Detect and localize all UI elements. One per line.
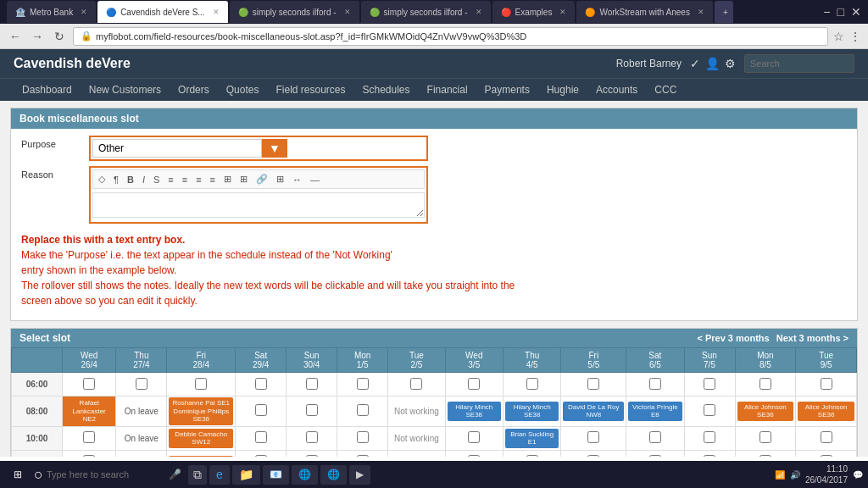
url-bar[interactable]: 🔒 myflobot.com/field-resources/book-misc… [73,27,828,46]
slot-checkbox[interactable] [136,378,147,390]
taskbar-chrome1[interactable]: 🌐 [292,465,318,485]
tab-metro[interactable]: 🏦 Metro Bank ✕ [7,1,96,23]
slot-checkbox[interactable] [255,455,267,457]
forward-button[interactable]: → [29,28,46,45]
slot-checkbox[interactable] [357,378,369,390]
slot-checkbox[interactable] [649,431,661,443]
toolbar-bold[interactable]: B [125,174,136,186]
cell-1200-2[interactable]: Freddie Darrell N4 [167,450,236,457]
taskbar-explorer[interactable]: 📁 [232,465,260,485]
windows-start-button[interactable]: ⊞ [5,465,31,484]
toolbar-para[interactable]: ¶ [111,174,121,186]
notification-icon[interactable]: 💬 [853,470,863,480]
slot-checkbox[interactable] [306,455,318,457]
header-search[interactable] [744,54,854,73]
cell-0800-0[interactable]: RafaelLankcaster NE2 [63,396,116,427]
menu-icon[interactable]: ⋮ [849,30,861,43]
microphone-icon[interactable]: 🎤 [169,469,181,480]
cell-0800-2[interactable]: Roshanne Pai SE1Dominique Phillips SE36 [167,396,236,427]
toolbar-italic[interactable]: I [140,174,147,186]
slot-checkbox[interactable] [306,378,318,390]
slot-checkbox[interactable] [468,378,480,390]
slot-checkbox[interactable] [649,378,661,390]
nav-hughie[interactable]: Hughie [538,79,587,101]
minimize-btn[interactable]: − [823,5,830,19]
nav-field-resources[interactable]: Field resources [267,79,353,101]
slot-checkbox[interactable] [821,431,832,443]
volume-icon[interactable]: 🔊 [790,470,800,480]
nav-quotes[interactable]: Quotes [218,79,268,101]
slot-checkbox[interactable] [704,431,715,443]
slot-checkbox[interactable] [526,378,538,390]
cell-1000-2[interactable]: Debbie Camacho SW12 [167,426,236,450]
tab-examples-close[interactable]: ✕ [559,8,566,16]
cell-1000-8[interactable]: Brian Suckling E1 [503,426,560,450]
slot-checkbox[interactable] [255,378,267,390]
nav-accounts[interactable]: Accounts [587,79,646,101]
slot-checkbox[interactable] [195,378,207,390]
toolbar-expand[interactable]: ↔ [290,174,304,186]
slot-checkbox[interactable] [587,378,599,390]
taskbar-chrome2[interactable]: 🌐 [320,465,347,485]
slot-checkbox[interactable] [83,431,95,443]
slot-checkbox[interactable] [255,431,267,443]
gear-icon[interactable]: ⚙ [725,57,736,70]
win-search-input[interactable] [47,469,165,480]
nav-orders[interactable]: Orders [170,79,218,101]
nav-payments[interactable]: Payments [476,79,538,101]
cell-0800-7[interactable]: Hilary Minch SE38 [445,396,503,427]
toolbar-table1[interactable]: ⊞ [221,173,234,186]
user-icon[interactable]: 👤 [705,57,720,70]
slot-checkbox[interactable] [704,378,715,390]
back-button[interactable]: ← [7,28,24,45]
taskbar-outlook[interactable]: 📧 [263,465,289,485]
toolbar-hr[interactable]: — [308,174,322,186]
slot-checkbox[interactable] [587,455,599,457]
purpose-input[interactable] [92,139,262,158]
cell-0800-12[interactable]: Alice Johnson SE36 [735,396,796,427]
tab-simply1[interactable]: 🟢 simply seconds ilford - ✕ [230,1,359,23]
slot-checkbox[interactable] [704,455,715,457]
slot-checkbox[interactable] [649,455,661,457]
calendar-scroll[interactable]: Wed26/4 Thu27/4 Fri28/4 Sat29/4 Sun30/4 … [11,347,857,457]
tab-workstream-close[interactable]: ✕ [698,8,704,16]
nav-new-customers[interactable]: New Customers [81,79,170,101]
slot-checkbox[interactable] [526,455,538,457]
toolbar-strike[interactable]: S [151,174,162,186]
tab-simply1-close[interactable]: ✕ [344,8,351,16]
taskbar-task-view[interactable]: ⧉ [188,465,207,485]
slot-checkbox[interactable] [357,455,369,457]
slot-checkbox[interactable] [760,455,771,457]
slot-checkbox[interactable] [83,378,95,390]
nav-schedules[interactable]: Schedules [354,79,419,101]
tab-cavendish[interactable]: 🔵 Cavendish deVere S... ✕ [97,1,228,23]
close-btn[interactable]: ✕ [851,5,861,19]
network-icon[interactable]: 📶 [775,470,785,480]
purpose-dropdown-btn[interactable]: ▼ [262,139,287,158]
cell-0800-8[interactable]: Hilary Minch SE38 [503,396,560,427]
slot-checkbox[interactable] [410,378,422,390]
slot-checkbox[interactable] [255,404,267,416]
reason-textarea[interactable] [92,192,425,218]
taskbar-media[interactable]: ▶ [349,465,370,485]
toolbar-link[interactable]: 🔗 [253,173,270,186]
new-tab-btn[interactable]: + [715,1,733,23]
slot-checkbox[interactable] [587,431,599,443]
nav-dashboard[interactable]: Dashboard [14,79,81,101]
refresh-button[interactable]: ↻ [51,28,68,45]
toolbar-table2[interactable]: ⊞ [237,173,250,186]
slot-checkbox[interactable] [468,431,480,443]
tab-simply2[interactable]: 🟢 simply seconds ilford - ✕ [361,1,491,23]
tab-simply2-close[interactable]: ✕ [476,8,482,16]
slot-checkbox[interactable] [83,455,95,457]
toolbar-embed[interactable]: ⊞ [274,173,287,186]
slot-checkbox[interactable] [306,404,318,416]
slot-checkbox[interactable] [468,455,480,457]
toolbar-ul3[interactable]: ≡ [193,174,203,186]
slot-checkbox[interactable] [357,404,369,416]
toolbar-ul1[interactable]: ≡ [165,174,175,186]
maximize-btn[interactable]: □ [837,5,844,19]
checkmark-icon[interactable]: ✓ [690,57,700,70]
nav-financial[interactable]: Financial [419,79,476,101]
slot-checkbox[interactable] [704,404,715,416]
